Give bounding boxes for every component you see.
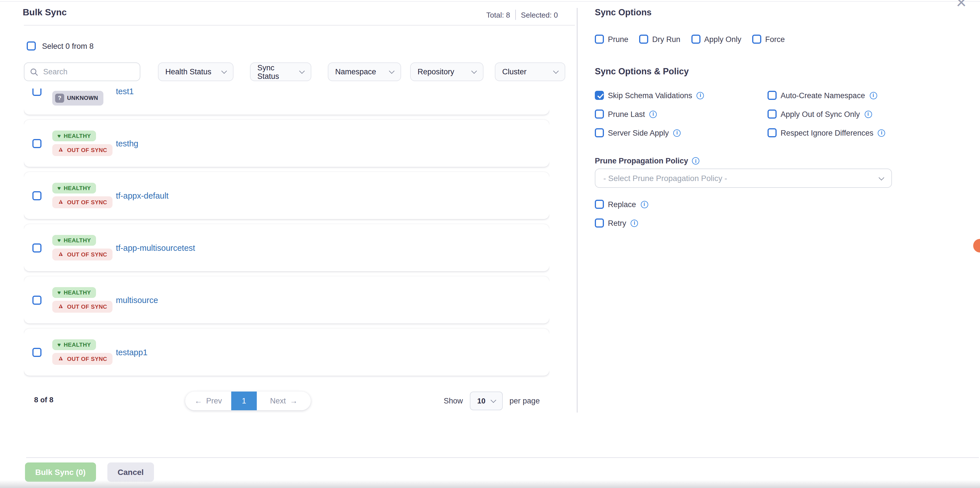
bulk-sync-button[interactable]: Bulk Sync (0): [25, 463, 96, 482]
info-icon[interactable]: i: [650, 110, 657, 118]
checkbox[interactable]: [32, 347, 41, 356]
option-apply-only[interactable]: Apply Only: [691, 35, 741, 44]
option-retry[interactable]: Retryi: [595, 219, 638, 228]
info-icon[interactable]: i: [878, 129, 885, 136]
pagination-count: 8 of 8: [34, 396, 53, 404]
total-count: Total: 8: [486, 11, 510, 19]
health-label: HEALTHY: [64, 342, 91, 348]
app-row: ♥HEALTHY▲!OUT OF SYNCtesthg: [24, 120, 549, 167]
info-icon[interactable]: i: [631, 219, 638, 227]
page-title: Bulk Sync: [23, 7, 67, 17]
filter-namespace[interactable]: Namespace: [328, 62, 401, 81]
chevron-down-icon: [299, 68, 305, 74]
info-icon[interactable]: i: [870, 92, 877, 99]
cancel-button[interactable]: Cancel: [107, 463, 154, 482]
info-icon[interactable]: i: [864, 110, 872, 118]
checkbox[interactable]: [595, 219, 604, 228]
checkbox[interactable]: [767, 109, 776, 119]
option-label: Replace: [608, 200, 636, 209]
checkbox[interactable]: [639, 35, 648, 44]
app-name-link[interactable]: testhg: [116, 139, 138, 148]
checkbox[interactable]: [595, 91, 604, 100]
page-size-select[interactable]: 10: [470, 391, 503, 410]
option-apply-out-of-sync-only[interactable]: Apply Out of Sync Onlyi: [767, 109, 972, 119]
sync-badge-out-of-sync: ▲!OUT OF SYNC: [52, 249, 112, 260]
sync-badge-out-of-sync: ▲!OUT OF SYNC: [52, 301, 112, 313]
info-icon[interactable]: i: [673, 129, 681, 136]
health-label: HEALTHY: [64, 185, 91, 191]
question-icon: ?: [55, 93, 64, 102]
page-size-value: 10: [477, 397, 485, 405]
select-all-checkbox[interactable]: [27, 41, 36, 51]
warning-icon: ▲!: [57, 304, 64, 310]
checkbox[interactable]: [691, 35, 700, 44]
app-row: ♥HEALTHY▲!OUT OF SYNCtf-app-multisourcet…: [24, 224, 549, 271]
per-page-label: per page: [510, 397, 540, 405]
checkbox[interactable]: [595, 200, 604, 209]
search-box[interactable]: [24, 62, 140, 81]
app-name-link[interactable]: test1: [116, 89, 134, 96]
checkbox[interactable]: [767, 91, 776, 100]
checkbox[interactable]: [32, 89, 41, 96]
option-auto-create-namespace[interactable]: Auto-Create Namespacei: [767, 91, 972, 100]
status-badges: ♥HEALTHY▲!OUT OF SYNC: [52, 287, 116, 313]
checkbox[interactable]: [595, 128, 604, 137]
app-name-link[interactable]: tf-app-multisourcetest: [116, 243, 195, 252]
info-icon[interactable]: i: [692, 157, 700, 165]
option-respect-ignore-differences[interactable]: Respect Ignore Differencesi: [767, 128, 972, 137]
warning-icon: ▲!: [57, 251, 64, 258]
sync-options-policy-title: Sync Options & Policy: [595, 67, 689, 77]
filter-health-status[interactable]: Health Status: [158, 62, 234, 81]
sync-label: UNKNOWN: [67, 95, 98, 101]
option-replace[interactable]: Replacei: [595, 200, 648, 209]
prune-propagation-policy-label: Prune Propagation Policy i: [595, 157, 700, 165]
show-label: Show: [444, 397, 463, 405]
close-icon[interactable]: ✕: [956, 0, 967, 10]
notification-dot[interactable]: [973, 239, 980, 252]
heart-icon: ♥: [57, 185, 61, 191]
option-prune[interactable]: Prune: [595, 35, 628, 44]
app-name-link[interactable]: tf-appx-default: [116, 191, 169, 200]
status-badges: ♥HEALTHY▲!OUT OF SYNC: [52, 339, 116, 365]
app-row: ♥HEALTHY▲!OUT OF SYNCmultisource: [24, 276, 549, 323]
checkbox[interactable]: [32, 243, 41, 252]
select-all-label: Select 0 from 8: [42, 42, 94, 50]
checkbox[interactable]: [595, 35, 604, 44]
next-page-button[interactable]: Next →: [257, 391, 311, 410]
checkbox[interactable]: [32, 139, 41, 148]
option-force[interactable]: Force: [752, 35, 785, 44]
active-page-button[interactable]: 1: [231, 391, 257, 410]
checkbox[interactable]: [32, 295, 41, 304]
option-skip-schema-validations[interactable]: Skip Schema Validationsi: [595, 91, 767, 100]
app-name-link[interactable]: testapp1: [116, 347, 148, 356]
health-badge: ♥HEALTHY: [52, 235, 96, 246]
checkbox[interactable]: [752, 35, 761, 44]
option-label: Server Side Apply: [608, 128, 669, 137]
chevron-down-icon: [878, 174, 884, 180]
filter-sync-status[interactable]: Sync Status: [250, 62, 311, 81]
health-badge: ♥HEALTHY: [52, 130, 96, 141]
search-input[interactable]: [42, 67, 134, 77]
info-icon[interactable]: i: [697, 92, 704, 99]
app-name-link[interactable]: multisource: [116, 295, 158, 304]
chevron-down-icon: [471, 68, 477, 74]
chevron-down-icon: [490, 397, 496, 403]
next-arrow-icon: →: [290, 397, 298, 405]
option-label: Prune Last: [608, 110, 645, 118]
checkbox[interactable]: [767, 128, 776, 137]
sync-badge-out-of-sync: ▲!OUT OF SYNC: [52, 144, 112, 156]
info-icon[interactable]: i: [641, 201, 648, 208]
option-label: Prune: [608, 35, 628, 43]
option-server-side-apply[interactable]: Server Side Applyi: [595, 128, 767, 137]
prune-propagation-policy-select[interactable]: - Select Prune Propagation Policy -: [595, 168, 892, 188]
option-prune-last[interactable]: Prune Lasti: [595, 109, 767, 119]
option-dry-run[interactable]: Dry Run: [639, 35, 680, 44]
health-badge: ♥HEALTHY: [52, 287, 96, 298]
prev-page-button[interactable]: ← Prev: [185, 391, 231, 410]
filter-cluster[interactable]: Cluster: [495, 62, 565, 81]
chevron-down-icon: [389, 68, 395, 74]
filter-repository[interactable]: Repository: [410, 62, 484, 81]
prune-propagation-policy-text: Prune Propagation Policy: [595, 157, 688, 165]
checkbox[interactable]: [32, 191, 41, 200]
checkbox[interactable]: [595, 109, 604, 119]
